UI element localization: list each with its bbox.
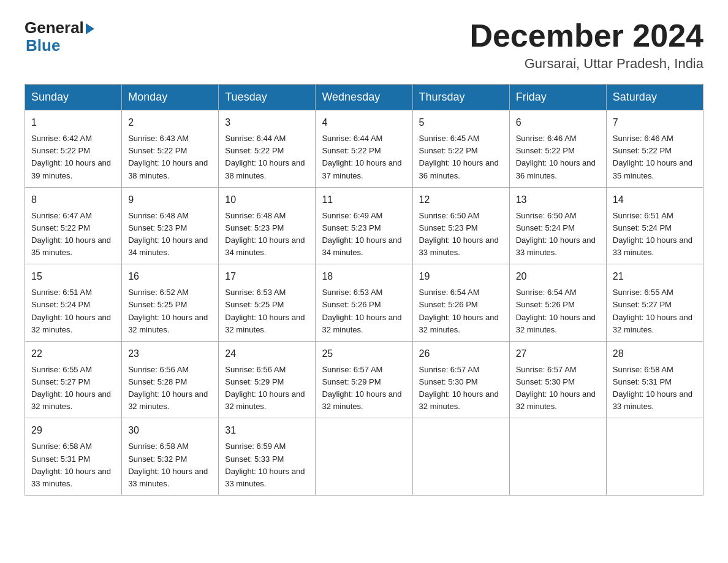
day-info: Sunrise: 6:44 AMSunset: 5:22 PMDaylight:…: [322, 134, 401, 180]
day-info: Sunrise: 6:46 AMSunset: 5:22 PMDaylight:…: [613, 134, 692, 180]
logo-blue-text: Blue: [26, 36, 60, 55]
calendar-day-cell: 15 Sunrise: 6:51 AMSunset: 5:24 PMDaylig…: [25, 264, 122, 342]
day-number: 16: [128, 269, 212, 284]
day-info: Sunrise: 6:54 AMSunset: 5:26 PMDaylight:…: [516, 288, 596, 334]
calendar-day-header: Monday: [122, 85, 219, 110]
day-info: Sunrise: 6:57 AMSunset: 5:30 PMDaylight:…: [516, 365, 596, 411]
day-number: 27: [516, 347, 600, 361]
day-number: 29: [31, 423, 115, 438]
calendar-header-row: SundayMondayTuesdayWednesdayThursdayFrid…: [25, 85, 703, 110]
calendar-table: SundayMondayTuesdayWednesdayThursdayFrid…: [25, 84, 703, 496]
calendar-day-cell: 22 Sunrise: 6:55 AMSunset: 5:27 PMDaylig…: [25, 341, 122, 418]
day-number: 22: [31, 347, 115, 361]
day-number: 10: [225, 193, 309, 207]
calendar-day-cell: 20 Sunrise: 6:54 AMSunset: 5:26 PMDaylig…: [509, 264, 606, 342]
calendar-day-header: Saturday: [606, 85, 703, 110]
day-number: 6: [516, 115, 600, 130]
logo: General Blue: [25, 18, 94, 55]
calendar-day-header: Sunday: [25, 85, 122, 110]
day-number: 8: [31, 193, 115, 207]
day-info: Sunrise: 6:52 AMSunset: 5:25 PMDaylight:…: [128, 288, 208, 334]
logo-general-text: General: [25, 18, 84, 37]
day-number: 19: [419, 269, 503, 284]
day-number: 24: [225, 347, 309, 361]
day-number: 3: [225, 115, 309, 130]
calendar-week-row: 8 Sunrise: 6:47 AMSunset: 5:22 PMDayligh…: [25, 187, 703, 264]
day-number: 5: [419, 115, 503, 130]
day-info: Sunrise: 6:54 AMSunset: 5:26 PMDaylight:…: [419, 288, 499, 334]
day-number: 11: [322, 193, 406, 207]
day-info: Sunrise: 6:57 AMSunset: 5:30 PMDaylight:…: [419, 365, 499, 411]
day-info: Sunrise: 6:53 AMSunset: 5:26 PMDaylight:…: [322, 288, 401, 334]
calendar-day-cell: 18 Sunrise: 6:53 AMSunset: 5:26 PMDaylig…: [316, 264, 412, 342]
calendar-day-header: Thursday: [412, 85, 509, 110]
calendar-day-cell: 24 Sunrise: 6:56 AMSunset: 5:29 PMDaylig…: [219, 341, 316, 418]
calendar-day-cell: 7 Sunrise: 6:46 AMSunset: 5:22 PMDayligh…: [606, 110, 703, 188]
day-number: 9: [128, 193, 212, 207]
day-info: Sunrise: 6:58 AMSunset: 5:31 PMDaylight:…: [613, 365, 692, 411]
calendar-day-cell: [316, 418, 412, 496]
day-number: 23: [128, 347, 212, 361]
day-number: 20: [516, 269, 600, 284]
day-number: 2: [128, 115, 212, 130]
calendar-day-header: Wednesday: [316, 85, 412, 110]
calendar-day-cell: 1 Sunrise: 6:42 AMSunset: 5:22 PMDayligh…: [25, 110, 122, 188]
calendar-day-cell: 28 Sunrise: 6:58 AMSunset: 5:31 PMDaylig…: [606, 341, 703, 418]
calendar-day-cell: 12 Sunrise: 6:50 AMSunset: 5:23 PMDaylig…: [412, 187, 509, 264]
day-info: Sunrise: 6:48 AMSunset: 5:23 PMDaylight:…: [225, 211, 305, 257]
calendar-day-cell: 8 Sunrise: 6:47 AMSunset: 5:22 PMDayligh…: [25, 187, 122, 264]
calendar-day-cell: 30 Sunrise: 6:58 AMSunset: 5:32 PMDaylig…: [122, 418, 219, 496]
day-info: Sunrise: 6:55 AMSunset: 5:27 PMDaylight:…: [31, 365, 111, 411]
calendar-day-cell: 19 Sunrise: 6:54 AMSunset: 5:26 PMDaylig…: [412, 264, 509, 342]
day-number: 30: [128, 423, 212, 438]
day-info: Sunrise: 6:46 AMSunset: 5:22 PMDaylight:…: [516, 134, 596, 180]
calendar-day-cell: 16 Sunrise: 6:52 AMSunset: 5:25 PMDaylig…: [122, 264, 219, 342]
day-info: Sunrise: 6:58 AMSunset: 5:31 PMDaylight:…: [31, 442, 111, 488]
calendar-day-header: Friday: [509, 85, 606, 110]
location-subtitle: Gursarai, Uttar Pradesh, India: [469, 56, 703, 72]
day-number: 31: [225, 423, 309, 438]
calendar-week-row: 1 Sunrise: 6:42 AMSunset: 5:22 PMDayligh…: [25, 110, 703, 188]
day-info: Sunrise: 6:50 AMSunset: 5:24 PMDaylight:…: [516, 211, 596, 257]
calendar-day-cell: 27 Sunrise: 6:57 AMSunset: 5:30 PMDaylig…: [509, 341, 606, 418]
calendar-day-cell: 6 Sunrise: 6:46 AMSunset: 5:22 PMDayligh…: [509, 110, 606, 188]
day-number: 26: [419, 347, 503, 361]
day-info: Sunrise: 6:56 AMSunset: 5:28 PMDaylight:…: [128, 365, 208, 411]
calendar-day-cell: 31 Sunrise: 6:59 AMSunset: 5:33 PMDaylig…: [219, 418, 316, 496]
calendar-day-cell: [412, 418, 509, 496]
day-info: Sunrise: 6:59 AMSunset: 5:33 PMDaylight:…: [225, 442, 305, 488]
day-info: Sunrise: 6:48 AMSunset: 5:23 PMDaylight:…: [128, 211, 208, 257]
day-info: Sunrise: 6:49 AMSunset: 5:23 PMDaylight:…: [322, 211, 401, 257]
day-number: 15: [31, 269, 115, 284]
day-info: Sunrise: 6:45 AMSunset: 5:22 PMDaylight:…: [419, 134, 499, 180]
day-info: Sunrise: 6:57 AMSunset: 5:29 PMDaylight:…: [322, 365, 401, 411]
day-info: Sunrise: 6:51 AMSunset: 5:24 PMDaylight:…: [613, 211, 692, 257]
day-info: Sunrise: 6:47 AMSunset: 5:22 PMDaylight:…: [31, 211, 111, 257]
day-info: Sunrise: 6:51 AMSunset: 5:24 PMDaylight:…: [31, 288, 111, 334]
page-header: General Blue December 2024 Gursarai, Utt…: [25, 18, 703, 72]
day-number: 14: [613, 193, 697, 207]
day-number: 1: [31, 115, 115, 130]
day-number: 12: [419, 193, 503, 207]
calendar-day-cell: 26 Sunrise: 6:57 AMSunset: 5:30 PMDaylig…: [412, 341, 509, 418]
day-number: 21: [613, 269, 697, 284]
calendar-day-cell: 2 Sunrise: 6:43 AMSunset: 5:22 PMDayligh…: [122, 110, 219, 188]
day-number: 13: [516, 193, 600, 207]
calendar-day-cell: 10 Sunrise: 6:48 AMSunset: 5:23 PMDaylig…: [219, 187, 316, 264]
day-info: Sunrise: 6:56 AMSunset: 5:29 PMDaylight:…: [225, 365, 305, 411]
calendar-day-cell: 17 Sunrise: 6:53 AMSunset: 5:25 PMDaylig…: [219, 264, 316, 342]
calendar-day-cell: 29 Sunrise: 6:58 AMSunset: 5:31 PMDaylig…: [25, 418, 122, 496]
day-info: Sunrise: 6:43 AMSunset: 5:22 PMDaylight:…: [128, 134, 208, 180]
calendar-day-cell: 11 Sunrise: 6:49 AMSunset: 5:23 PMDaylig…: [316, 187, 412, 264]
month-year-title: December 2024: [469, 18, 703, 53]
calendar-week-row: 29 Sunrise: 6:58 AMSunset: 5:31 PMDaylig…: [25, 418, 703, 496]
calendar-day-cell: 13 Sunrise: 6:50 AMSunset: 5:24 PMDaylig…: [509, 187, 606, 264]
calendar-day-cell: 21 Sunrise: 6:55 AMSunset: 5:27 PMDaylig…: [606, 264, 703, 342]
logo-triangle-icon: [86, 23, 94, 34]
day-info: Sunrise: 6:58 AMSunset: 5:32 PMDaylight:…: [128, 442, 208, 488]
day-number: 18: [322, 269, 406, 284]
calendar-day-cell: 9 Sunrise: 6:48 AMSunset: 5:23 PMDayligh…: [122, 187, 219, 264]
calendar-day-cell: 5 Sunrise: 6:45 AMSunset: 5:22 PMDayligh…: [412, 110, 509, 188]
day-info: Sunrise: 6:44 AMSunset: 5:22 PMDaylight:…: [225, 134, 305, 180]
day-number: 25: [322, 347, 406, 361]
